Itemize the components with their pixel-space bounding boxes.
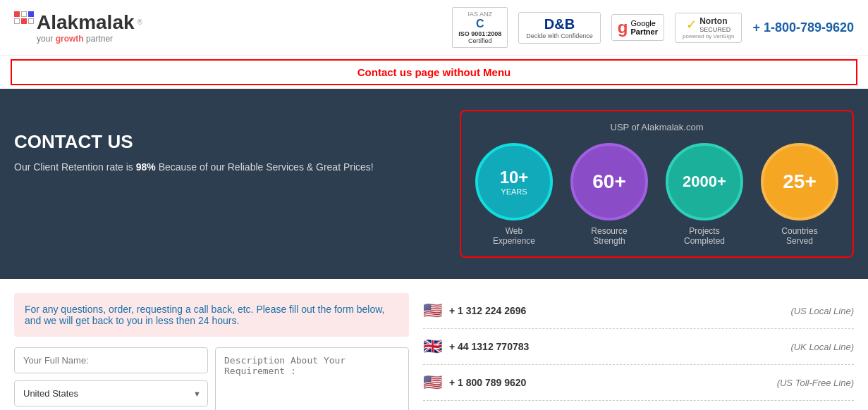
header-phone: + 1-800-789-9620 [752, 20, 854, 35]
certifications: IAS ANZ C ISO 9001:2008 Certified D&B De… [452, 7, 854, 48]
google-partner-cert: g GooglePartner [611, 14, 664, 41]
country-select-wrapper: United States United Kingdom India Canad… [14, 380, 208, 406]
circle-projects-completed: 2000+ ProjectsCompleted [666, 143, 743, 246]
contact-line-us-tollfree: 🇺🇸 + 1 800 789 9620 (US Toll-Free Line) [423, 365, 854, 401]
description-textarea[interactable] [215, 347, 409, 410]
us-tollfree-type: (US Toll-Free Line) [777, 378, 854, 388]
form-left: For any questions, order, requesting a c… [14, 293, 409, 410]
nav-banner: Contact us page without Menu [11, 59, 857, 85]
us-local-type: (US Local Line) [790, 306, 854, 316]
site-header: Alakmalak ® your growth partner IAS ANZ … [0, 0, 868, 56]
contact-line-us-local: 🇺🇸 + 1 312 224 2696 (US Local Line) [423, 293, 854, 329]
form-section: For any questions, order, requesting a c… [0, 279, 868, 410]
logo: Alakmalak ® your growth partner [14, 11, 142, 44]
circle-orange: 25+ [761, 143, 838, 220]
form-col-left: United States United Kingdom India Canad… [14, 347, 208, 410]
circle-blue: 10+ YEARS [475, 143, 553, 220]
circle-web-experience: 10+ YEARS WebExperience [475, 143, 553, 246]
trademark: ® [137, 18, 142, 26]
us-local-number: + 1 312 224 2696 [449, 305, 526, 316]
contact-line-uk: 🇬🇧 + 44 1312 770783 (UK Local Line) [423, 329, 854, 365]
hero-left: CONTACT US Our Client Retention rate is … [14, 110, 439, 173]
logo-tagline: your growth partner [37, 34, 142, 44]
circle-teal: 2000+ [666, 143, 743, 220]
circles-row: 10+ YEARS WebExperience 60+ ResourceStre… [475, 143, 838, 246]
form-col-right [215, 347, 409, 410]
full-name-input[interactable] [14, 347, 208, 373]
usp-label: USP of Alakmalak.com [611, 122, 704, 132]
circle-countries-served: 25+ CountriesServed [761, 143, 838, 246]
contact-line-india: 🇮🇳 +91-98252-70174 (INDIA Local Line) [423, 401, 854, 410]
form-fields: United States United Kingdom India Canad… [14, 347, 409, 410]
contact-title: CONTACT US [14, 131, 439, 153]
contact-right: 🇺🇸 + 1 312 224 2696 (US Local Line) 🇬🇧 +… [423, 293, 854, 410]
us-tollfree-number: + 1 800 789 9620 [449, 377, 526, 388]
dnb-cert: D&B Decide with Confidence [518, 12, 601, 44]
circle-purple: 60+ [570, 143, 648, 220]
logo-text: Alakmalak [37, 11, 135, 33]
contact-subtitle: Our Client Retention rate is 98% Because… [14, 161, 439, 173]
us-flag-2: 🇺🇸 [423, 373, 442, 392]
us-flag: 🇺🇸 [423, 302, 442, 320]
circle-resource-strength: 60+ ResourceStrength [570, 143, 648, 246]
form-intro: For any questions, order, requesting a c… [14, 293, 409, 337]
uk-number: + 44 1312 770783 [449, 341, 529, 352]
usp-section: USP of Alakmalak.com 10+ YEARS WebExperi… [460, 110, 854, 258]
uk-flag: 🇬🇧 [423, 337, 442, 356]
country-select[interactable]: United States United Kingdom India Canad… [14, 380, 208, 406]
norton-cert: ✓ Norton SECURED powered by VeriSign [675, 13, 742, 43]
hero-section: CONTACT US Our Client Retention rate is … [0, 89, 868, 279]
uk-type: (UK Local Line) [790, 342, 854, 352]
iso-cert: IAS ANZ C ISO 9001:2008 Certified [452, 7, 508, 48]
nav-link[interactable]: Contact us page without Menu [357, 66, 511, 78]
